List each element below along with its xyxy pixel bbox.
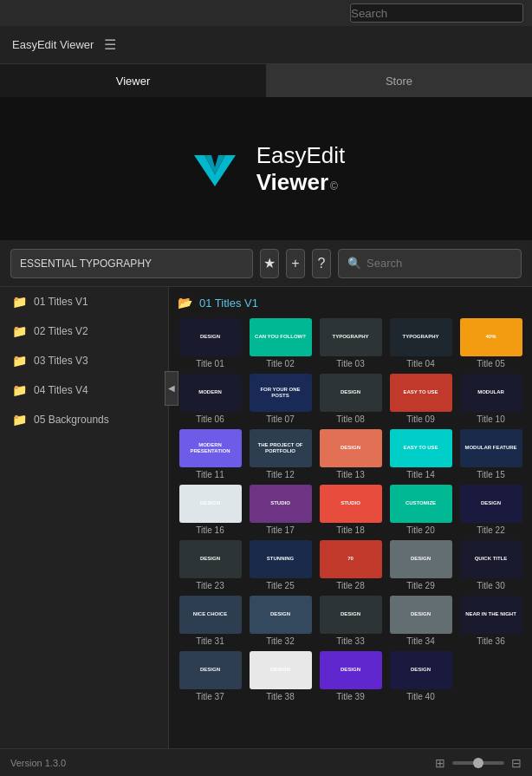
thumbnail-item[interactable]: DESIGN Title 38 bbox=[248, 651, 313, 701]
thumb-label: Title 37 bbox=[196, 692, 224, 701]
tab-viewer[interactable]: Viewer bbox=[0, 64, 266, 97]
thumb-overlay-text: EASY TO USE bbox=[401, 388, 439, 397]
thumbnail-item[interactable]: TYPOGRAPHY Title 03 bbox=[318, 318, 383, 368]
thumb-image: DESIGN bbox=[250, 651, 312, 689]
thumbnail-item[interactable]: CUSTOMIZE Title 20 bbox=[388, 485, 453, 535]
thumb-label: Title 22 bbox=[477, 525, 504, 535]
sidebar-item-05-backgrounds[interactable]: 📁 05 Backgrounds bbox=[0, 405, 168, 434]
sidebar-item-04-titles-v4[interactable]: 📁 04 Titles V4 bbox=[0, 375, 168, 405]
thumb-overlay-text: NEAR IN THE NIGHT bbox=[464, 610, 518, 619]
thumb-overlay-text: DESIGN bbox=[198, 665, 222, 675]
thumb-label: Title 12 bbox=[266, 470, 294, 479]
thumbnail-item[interactable]: DESIGN Title 22 bbox=[458, 485, 523, 535]
hero-section: EasyEdit Viewer © bbox=[0, 97, 532, 240]
thumbnail-item[interactable]: STUDIO Title 17 bbox=[248, 485, 313, 535]
thumbnail-item[interactable]: 40% Title 05 bbox=[458, 318, 523, 368]
menu-icon[interactable]: ☰ bbox=[104, 36, 116, 53]
thumb-image: MODERN PRESENTATION bbox=[179, 429, 242, 467]
thumb-image: DESIGN bbox=[250, 596, 312, 634]
thumbnail-item[interactable]: MODULAR Title 10 bbox=[458, 374, 523, 424]
zoom-slider-thumb[interactable] bbox=[473, 758, 483, 768]
thumb-overlay-text: DESIGN bbox=[479, 499, 503, 508]
thumbnail-item[interactable]: DESIGN Title 37 bbox=[178, 651, 243, 701]
thumb-image: DESIGN bbox=[179, 651, 242, 689]
thumb-overlay-text: STUDIO bbox=[269, 499, 292, 508]
thumbnail-item[interactable]: DESIGN Title 39 bbox=[318, 651, 383, 701]
thumb-label: Title 18 bbox=[336, 525, 364, 535]
zoom-slider[interactable] bbox=[452, 761, 504, 765]
thumb-image: MODERN bbox=[179, 374, 242, 412]
thumbnail-item[interactable]: QUICK TITLE Title 30 bbox=[458, 540, 523, 590]
thumbnail-item[interactable]: DESIGN Title 23 bbox=[178, 540, 243, 590]
sidebar-collapse-button[interactable]: ◀ bbox=[165, 371, 178, 406]
tab-bar: Viewer Store bbox=[0, 64, 532, 97]
thumb-label: Title 38 bbox=[266, 692, 294, 701]
thumbnail-item[interactable]: DESIGN Title 01 bbox=[178, 318, 243, 368]
thumb-label: Title 13 bbox=[336, 470, 364, 479]
tab-store[interactable]: Store bbox=[266, 64, 532, 97]
star-button[interactable]: ★ bbox=[260, 249, 279, 278]
thumb-image: CAN YOU FOLLOW? bbox=[250, 318, 312, 356]
folder-icon: 📁 bbox=[12, 354, 27, 368]
system-top-bar bbox=[0, 0, 532, 26]
thumb-image: DESIGN bbox=[320, 596, 382, 634]
folder-icon: 📁 bbox=[12, 324, 27, 338]
thumb-overlay-text: DESIGN bbox=[269, 665, 292, 675]
thumb-image: DESIGN bbox=[460, 485, 522, 523]
thumbnail-item[interactable]: DESIGN Title 13 bbox=[318, 429, 383, 479]
thumbnail-item[interactable]: NICE CHOICE Title 31 bbox=[178, 596, 243, 646]
thumbnail-item[interactable]: DESIGN Title 33 bbox=[318, 596, 383, 646]
panel-title: 01 Titles V1 bbox=[199, 297, 258, 310]
thumbnail-item[interactable]: NEAR IN THE NIGHT Title 36 bbox=[458, 596, 523, 646]
main-content: 📁 01 Titles V1 📁 02 Titles V2 📁 03 Title… bbox=[0, 287, 532, 748]
sidebar-label: 04 Titles V4 bbox=[34, 384, 88, 396]
sidebar-item-02-titles-v2[interactable]: 📁 02 Titles V2 bbox=[0, 316, 168, 346]
thumbnail-item[interactable]: STUNNING Title 25 bbox=[248, 540, 313, 590]
thumbnail-item[interactable]: 70 Title 28 bbox=[318, 540, 383, 590]
thumb-overlay-text: TYPOGRAPHY bbox=[400, 332, 440, 342]
logo-text: EasyEdit Viewer © bbox=[256, 142, 346, 196]
thumb-image: TYPOGRAPHY bbox=[320, 318, 382, 356]
search-box[interactable]: 🔍 bbox=[338, 249, 522, 278]
thumb-image: QUICK TITLE bbox=[460, 540, 522, 578]
help-button[interactable]: ? bbox=[312, 249, 331, 278]
sidebar-item-03-titles-v3[interactable]: 📁 03 Titles V3 bbox=[0, 346, 168, 375]
thumbnail-item[interactable]: DESIGN Title 32 bbox=[248, 596, 313, 646]
sidebar-item-01-titles-v1[interactable]: 📁 01 Titles V1 bbox=[0, 287, 168, 316]
thumbnail-item[interactable]: MODERN Title 06 bbox=[178, 374, 243, 424]
logo-copyright: © bbox=[330, 180, 338, 192]
thumbnail-item[interactable]: TYPOGRAPHY Title 04 bbox=[388, 318, 453, 368]
thumbnail-item[interactable]: DESIGN Title 29 bbox=[388, 540, 453, 590]
thumbnail-item[interactable]: DESIGN Title 08 bbox=[318, 374, 383, 424]
thumbnail-item[interactable]: MODERN PRESENTATION Title 11 bbox=[178, 429, 243, 479]
thumb-overlay-text: 40% bbox=[483, 332, 497, 342]
thumb-label: Title 04 bbox=[406, 359, 434, 368]
thumbnail-item[interactable]: STUDIO Title 18 bbox=[318, 485, 383, 535]
thumb-label: Title 16 bbox=[196, 525, 224, 535]
folder-icon: 📁 bbox=[12, 383, 27, 397]
thumb-label: Title 39 bbox=[336, 692, 364, 701]
system-search-input[interactable] bbox=[350, 3, 523, 23]
thumb-label: Title 31 bbox=[196, 636, 224, 646]
thumbnail-item[interactable]: CAN YOU FOLLOW? Title 02 bbox=[248, 318, 313, 368]
view-controls: ⊞ ⊟ bbox=[435, 756, 522, 770]
thumbnail-item[interactable]: DESIGN Title 16 bbox=[178, 485, 243, 535]
thumb-label: Title 03 bbox=[336, 359, 364, 368]
thumb-overlay-text: DESIGN bbox=[339, 665, 362, 675]
thumbnail-item[interactable]: EASY TO USE Title 09 bbox=[388, 374, 453, 424]
thumbnail-item[interactable]: MODULAR FEATURE Title 15 bbox=[458, 429, 523, 479]
add-button[interactable]: + bbox=[286, 249, 305, 278]
thumbnail-item[interactable]: THE PROJECT OF PORTFOLIO Title 12 bbox=[248, 429, 313, 479]
collection-dropdown[interactable]: ESSENTIAL TYPOGRAPHY bbox=[10, 249, 253, 278]
thumbnail-item[interactable]: EASY TO USE Title 14 bbox=[388, 429, 453, 479]
grid-small-icon[interactable]: ⊞ bbox=[435, 756, 445, 770]
search-input[interactable] bbox=[367, 257, 512, 270]
thumbnail-item[interactable]: DESIGN Title 34 bbox=[388, 596, 453, 646]
thumb-image: THE PROJECT OF PORTFOLIO bbox=[250, 429, 312, 467]
thumb-label: Title 11 bbox=[196, 470, 224, 479]
thumb-image: 40% bbox=[460, 318, 522, 356]
thumbnail-item[interactable]: DESIGN Title 40 bbox=[388, 651, 453, 701]
thumb-image: DESIGN bbox=[390, 540, 452, 578]
grid-large-icon[interactable]: ⊟ bbox=[511, 756, 522, 770]
thumbnail-item[interactable]: FOR YOUR ONE POSTS Title 07 bbox=[248, 374, 313, 424]
